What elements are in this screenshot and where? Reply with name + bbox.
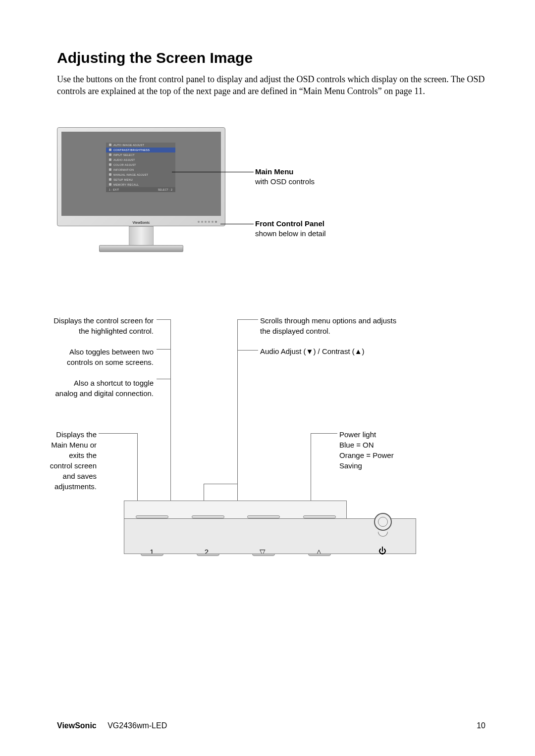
osd-menu: AUTO IMAGE ADJUST CONTRAST/BRIGHTNESS IN… <box>106 143 175 192</box>
leader-line <box>157 349 170 350</box>
osd-icon <box>109 144 111 146</box>
osd-item: MANUAL IMAGE ADJUST <box>113 173 148 176</box>
callout-sub: shown below in detail <box>255 229 326 238</box>
osd-icon <box>109 163 111 166</box>
button-up[interactable] <box>303 515 336 518</box>
leader-line <box>311 433 337 434</box>
osd-item: CONTRAST/BRIGHTNESS <box>113 149 150 151</box>
page-heading: Adjusting the Screen Image <box>57 50 485 66</box>
button-2[interactable] <box>192 515 224 518</box>
callout-sub: with OSD controls <box>255 177 315 186</box>
osd-footer-left: 1 : EXIT <box>109 188 119 191</box>
label-shortcut: Audio Adjust (▼) / Contrast (▲) <box>260 346 409 356</box>
callout-main-menu: Main Menu with OSD controls <box>255 167 315 187</box>
label-button-2: Displays the control screen for the high… <box>52 315 154 399</box>
leader-line <box>204 484 237 484</box>
leader-line <box>99 433 137 434</box>
leader-line <box>157 379 170 379</box>
leader-line <box>172 172 254 172</box>
osd-icon <box>109 149 111 151</box>
leader-line <box>157 319 170 320</box>
osd-icon <box>109 168 111 171</box>
leader-line <box>170 319 171 517</box>
bezel-buttons <box>198 221 217 223</box>
monitor-stand-base <box>99 245 183 252</box>
leader-line <box>237 319 238 484</box>
front-control-strip: 1 2 ▽ △ ⏻ <box>124 518 416 573</box>
power-button[interactable] <box>374 513 392 531</box>
osd-icon <box>109 183 111 186</box>
osd-item: AUTO IMAGE ADJUST <box>113 144 144 147</box>
button-down[interactable] <box>247 515 280 518</box>
leader-line <box>237 350 258 351</box>
label-power-light: Power light Blue = ON Orange = Power Sav… <box>339 429 404 471</box>
footer-brand: ViewSonic <box>57 721 97 730</box>
osd-item: INPUT SELECT <box>113 153 135 156</box>
power-icon: ⏻ <box>378 547 386 555</box>
osd-item: INFORMATION <box>113 168 134 171</box>
osd-icon <box>109 153 111 156</box>
monitor-stand-neck <box>129 226 154 246</box>
osd-footer-right: SELECT : 2 <box>158 188 172 191</box>
label-arrows: Scrolls through menu options and adjusts… <box>260 315 409 336</box>
osd-icon <box>109 178 111 181</box>
page-footer: ViewSonic VG2436wm-LED 10 <box>57 721 485 730</box>
callout-front-panel: Front Control Panel shown below in detai… <box>255 219 326 239</box>
label-button-1: Displays the Main Menu or exits the cont… <box>47 429 97 492</box>
osd-icon <box>109 158 111 161</box>
osd-item: SETUP MENU <box>113 178 133 181</box>
leader-line <box>237 319 258 320</box>
osd-item: AUDIO ADJUST <box>113 158 135 161</box>
callout-title: Main Menu <box>255 167 294 176</box>
monitor-screen: AUTO IMAGE ADJUST CONTRAST/BRIGHTNESS IN… <box>61 132 221 216</box>
power-button-chin <box>378 532 388 537</box>
leader-line <box>220 224 254 224</box>
callout-title: Front Control Panel <box>255 219 324 228</box>
power-led-icon <box>215 221 217 223</box>
osd-item: MEMORY RECALL <box>113 183 139 186</box>
button-description-block: Displays the control screen for the high… <box>57 315 485 593</box>
osd-item: COLOR ADJUST <box>113 163 136 166</box>
button-tabs <box>124 554 347 556</box>
monitor-illustration: AUTO IMAGE ADJUST CONTRAST/BRIGHTNESS IN… <box>57 127 485 276</box>
footer-page-number: 10 <box>477 721 485 730</box>
osd-icon <box>109 173 111 176</box>
monitor-bezel: AUTO IMAGE ADJUST CONTRAST/BRIGHTNESS IN… <box>57 127 225 226</box>
button-row <box>124 515 347 518</box>
footer-model: VG2436wm-LED <box>107 721 167 730</box>
strip-face: 1 2 ▽ △ ⏻ <box>124 518 416 554</box>
button-1[interactable] <box>136 515 168 518</box>
intro-paragraph: Use the buttons on the front control pan… <box>57 73 485 98</box>
